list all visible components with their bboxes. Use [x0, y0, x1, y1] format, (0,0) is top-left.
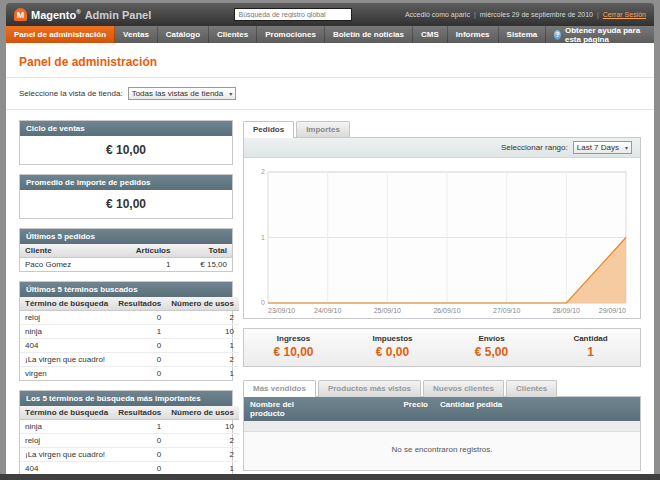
brand-subtitle: Admin Panel: [85, 9, 152, 21]
nav-item[interactable]: Promociones: [257, 26, 325, 43]
column-header: Cliente: [20, 244, 107, 258]
logged-in-as: Accedió como aparic: [405, 11, 470, 18]
table-row[interactable]: ¡La virgen que cuadro!02: [20, 353, 239, 367]
column-header: Artículos: [107, 244, 176, 258]
orders-chart: 01223/09/1024/09/1025/09/1026/09/1027/09…: [244, 158, 640, 318]
session-info: Accedió como aparic | miércoles 29 de se…: [405, 11, 646, 18]
help-label: Obtener ayuda para esta página: [565, 26, 646, 44]
store-view-label: Seleccione la vista de tienda:: [19, 89, 123, 98]
nav-item[interactable]: CMS: [413, 26, 448, 43]
cell-customer: Paco Gomez: [20, 258, 107, 272]
tab[interactable]: Más vendidos: [243, 380, 316, 397]
panel-title: Ciclo de ventas: [20, 121, 232, 136]
cell-uses: 2: [166, 434, 239, 448]
table-row[interactable]: Paco Gomez1€ 15,00: [20, 258, 232, 272]
products-grid: Nombre del productoPrecioCantidad pedida…: [243, 396, 641, 471]
cell-items: 1: [107, 258, 176, 272]
separator: |: [597, 11, 599, 18]
nav-item[interactable]: Boletín de noticias: [325, 26, 413, 43]
nav-item[interactable]: Catálogo: [158, 26, 209, 43]
stat: Cantidad 1: [541, 334, 640, 359]
table-row[interactable]: 40401: [20, 339, 239, 353]
svg-text:28/09/10: 28/09/10: [553, 307, 580, 314]
help-link[interactable]: ? Obtener ayuda para esta página: [546, 26, 654, 43]
dashboard-left-column: Ciclo de ventas € 10,00 Promedio de impo…: [19, 120, 233, 480]
column-header: Término de búsqueda: [20, 297, 113, 311]
svg-text:1: 1: [261, 234, 265, 241]
stat-value: € 5,00: [442, 345, 541, 359]
stat-label: Cantidad: [541, 334, 640, 343]
cell-term: virgen: [20, 367, 113, 381]
nav-item[interactable]: Ventas: [115, 26, 158, 43]
grid-column-header: Cantidad pedida: [434, 397, 508, 421]
admin-window: M Magento® Admin Panel Accedió como apar…: [6, 3, 654, 480]
nav-item[interactable]: Informes: [448, 26, 499, 43]
svg-text:0: 0: [261, 299, 265, 306]
nav-item[interactable]: Sistema: [499, 26, 547, 43]
nav-list: Panel de administraciónVentasCatálogoCli…: [6, 26, 546, 43]
stat-label: Ingresos: [244, 334, 343, 343]
top-header: M Magento® Admin Panel Accedió como apar…: [6, 3, 654, 26]
content: Panel de administración Seleccione la vi…: [6, 43, 654, 480]
table-row[interactable]: ¡La virgen que cuadro!02: [20, 448, 239, 462]
cell-results: 1: [113, 420, 166, 434]
separator: |: [474, 11, 476, 18]
cell-total: € 15,00: [175, 258, 232, 272]
table-row[interactable]: ninja110: [20, 325, 239, 339]
lifetime-sales-value: € 10,00: [20, 136, 232, 164]
page-title: Panel de administración: [19, 51, 641, 77]
registered-mark: ®: [76, 9, 80, 15]
stat-value: 1: [541, 345, 640, 359]
column-header: Resultados: [113, 297, 166, 311]
tab[interactable]: Productos más vistos: [318, 380, 421, 397]
range-value: Last 7 Days: [577, 143, 619, 152]
stat-label: Impuestos: [343, 334, 442, 343]
tab[interactable]: Importes: [296, 121, 350, 138]
table-row[interactable]: ninja110: [20, 420, 239, 434]
range-select[interactable]: Last 7 Days ▾: [573, 141, 632, 154]
logout-link[interactable]: Cerrar Sesión: [603, 11, 646, 18]
tab[interactable]: Nuevos clientes: [423, 380, 504, 397]
cell-results: 0: [113, 448, 166, 462]
tab[interactable]: Clientes: [506, 380, 557, 397]
totals-bar: Ingresos € 10,00 Impuestos € 0,00 Envíos: [243, 328, 641, 367]
panel-title: Promedio de importe de pedidos: [20, 175, 232, 190]
store-view-value: Todas las vistas de tienda: [132, 89, 224, 98]
magento-logo-icon: M: [14, 8, 27, 21]
cell-results: 0: [113, 353, 166, 367]
stat-label: Envíos: [442, 334, 541, 343]
global-search-input[interactable]: [234, 8, 352, 21]
desktop: M Magento® Admin Panel Accedió como apar…: [0, 3, 660, 480]
diagram-tabs: PedidosImportes: [243, 120, 641, 137]
grid-filter-row: [244, 421, 640, 432]
nav-item[interactable]: Clientes: [209, 26, 257, 43]
top-search-terms-table: Término de búsquedaResultadosNúmero de u…: [20, 406, 239, 480]
cell-term: 404: [20, 339, 113, 353]
column-header: Total: [175, 244, 232, 258]
current-date: miércoles 29 de septiembre de 2010: [480, 11, 593, 18]
column-header: Resultados: [113, 406, 166, 420]
panel-title: Los 5 términos de búsqueda más important…: [20, 391, 232, 406]
cell-results: 0: [113, 434, 166, 448]
range-label: Seleccionar rango:: [501, 143, 568, 152]
table-row[interactable]: virgen01: [20, 367, 239, 381]
grid-tabs: Más vendidosProductos más vistosNuevos c…: [243, 379, 641, 396]
cell-term: ¡La virgen que cuadro!: [20, 448, 113, 462]
orders-chart-svg: 01223/09/1024/09/1025/09/1026/09/1027/09…: [252, 166, 632, 316]
cell-uses: 2: [166, 311, 239, 325]
cell-term: ninja: [20, 325, 113, 339]
stat: Ingresos € 10,00: [244, 334, 343, 359]
table-row[interactable]: reloj02: [20, 311, 239, 325]
grid-column-header: Nombre del producto: [244, 397, 329, 421]
lifetime-sales-panel: Ciclo de ventas € 10,00: [19, 120, 233, 165]
store-view-row: Seleccione la vista de tienda: Todas las…: [19, 78, 641, 109]
stat: Impuestos € 0,00: [343, 334, 442, 359]
table-row[interactable]: reloj02: [20, 434, 239, 448]
nav-item[interactable]: Panel de administración: [6, 26, 115, 43]
dashboard-main-column: PedidosImportes Seleccionar rango: Last …: [243, 120, 641, 480]
store-view-select[interactable]: Todas las vistas de tienda ▾: [128, 87, 237, 100]
tab[interactable]: Pedidos: [243, 121, 294, 138]
svg-text:2: 2: [261, 168, 265, 175]
cell-uses: 2: [166, 353, 239, 367]
panel-title: Últimos 5 términos buscados: [20, 282, 232, 297]
